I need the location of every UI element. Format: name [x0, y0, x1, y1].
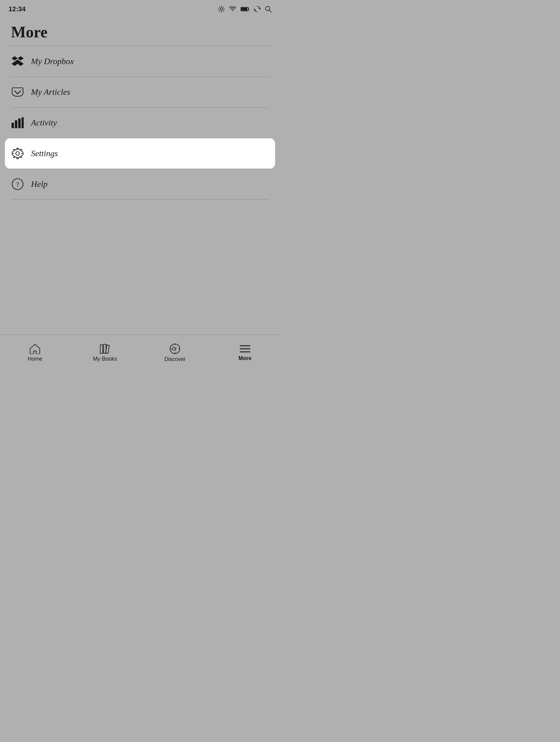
svg-rect-21: [18, 118, 21, 128]
discover-icon: [169, 343, 180, 354]
svg-marker-14: [11, 56, 18, 60]
status-time: 12:34: [8, 5, 25, 13]
menu-item-help[interactable]: ? Help: [11, 169, 269, 199]
svg-point-23: [16, 152, 19, 155]
svg-rect-20: [15, 120, 17, 128]
svg-rect-26: [100, 345, 103, 353]
status-bar: 12:34: [0, 0, 280, 17]
search-icon[interactable]: [265, 6, 272, 12]
sync-icon: [254, 6, 261, 12]
dropbox-icon: [11, 55, 24, 68]
nav-discover-label: Discover: [164, 356, 185, 363]
settings-icon: [11, 147, 24, 160]
home-icon: [30, 343, 40, 354]
activity-icon: [11, 116, 24, 129]
svg-point-29: [175, 349, 175, 350]
menu-list: My Dropbox My Articles: [11, 46, 269, 200]
brightness-icon: [218, 6, 225, 12]
svg-line-7: [223, 7, 224, 8]
svg-text:?: ?: [16, 180, 19, 188]
more-icon: [240, 344, 250, 353]
page-title: More: [11, 23, 269, 41]
pocket-icon: [11, 86, 24, 99]
menu-item-help-label: Help: [31, 179, 47, 189]
menu-item-articles[interactable]: My Articles: [11, 77, 269, 107]
nav-item-discover[interactable]: Discover: [140, 340, 210, 366]
svg-point-9: [232, 10, 233, 11]
menu-item-dropbox-label: My Dropbox: [31, 56, 74, 66]
nav-item-mybooks[interactable]: My Books: [70, 340, 140, 365]
main-content: More My Dropbox: [0, 17, 280, 200]
divider-5: [11, 199, 269, 200]
nav-mybooks-label: My Books: [93, 356, 117, 362]
books-icon: [100, 343, 111, 354]
svg-rect-22: [21, 117, 24, 128]
svg-line-8: [219, 11, 220, 11]
nav-item-home[interactable]: Home: [0, 340, 70, 365]
svg-line-6: [223, 11, 224, 11]
battery-icon: [240, 7, 249, 11]
menu-item-dropbox[interactable]: My Dropbox: [11, 46, 269, 76]
bottom-nav: Home My Books Discover: [0, 334, 280, 371]
svg-marker-15: [18, 56, 24, 60]
svg-line-13: [269, 10, 272, 12]
nav-more-label: More: [238, 355, 251, 362]
menu-item-activity-label: Activity: [31, 118, 57, 127]
menu-item-activity[interactable]: Activity: [11, 108, 269, 138]
help-icon: ?: [11, 177, 24, 191]
menu-item-settings[interactable]: Settings: [5, 138, 275, 169]
svg-rect-19: [11, 123, 14, 128]
menu-item-articles-label: My Articles: [31, 87, 70, 97]
svg-line-5: [219, 7, 220, 8]
svg-point-0: [220, 8, 223, 10]
nav-item-more[interactable]: More: [210, 341, 280, 365]
nav-home-label: Home: [27, 356, 42, 362]
menu-item-settings-label: Settings: [31, 149, 58, 158]
status-icons: [218, 6, 272, 12]
svg-rect-11: [241, 8, 247, 11]
wifi-icon: [229, 6, 236, 12]
